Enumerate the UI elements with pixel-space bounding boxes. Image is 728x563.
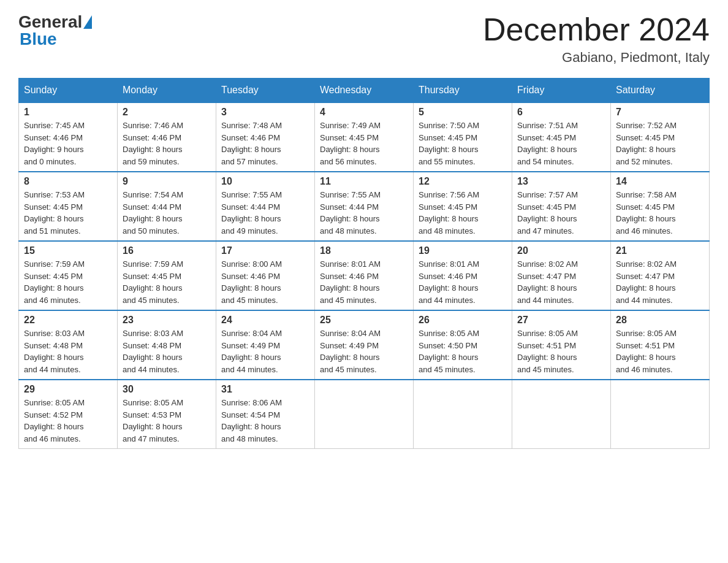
day-number: 19 xyxy=(419,245,507,256)
calendar-cell: 9 Sunrise: 7:54 AMSunset: 4:44 PMDayligh… xyxy=(118,172,216,241)
day-number: 1 xyxy=(24,107,112,118)
calendar-cell: 25 Sunrise: 8:04 AMSunset: 4:49 PMDaylig… xyxy=(315,310,414,380)
day-number: 18 xyxy=(320,245,408,256)
day-number: 14 xyxy=(616,176,704,187)
day-number: 17 xyxy=(221,245,309,256)
logo-triangle-icon xyxy=(83,15,92,29)
calendar-cell: 28 Sunrise: 8:05 AMSunset: 4:51 PMDaylig… xyxy=(611,310,710,380)
calendar-week-4: 22 Sunrise: 8:03 AMSunset: 4:48 PMDaylig… xyxy=(19,310,710,380)
day-info: Sunrise: 8:05 AMSunset: 4:51 PMDaylight:… xyxy=(517,327,605,375)
day-info: Sunrise: 7:49 AMSunset: 4:45 PMDaylight:… xyxy=(320,120,408,167)
calendar-cell xyxy=(611,380,710,449)
calendar-cell: 30 Sunrise: 8:05 AMSunset: 4:53 PMDaylig… xyxy=(118,380,216,449)
day-info: Sunrise: 8:00 AMSunset: 4:46 PMDaylight:… xyxy=(221,258,309,306)
day-info: Sunrise: 7:45 AMSunset: 4:46 PMDaylight:… xyxy=(24,120,112,167)
day-info: Sunrise: 7:53 AMSunset: 4:45 PMDaylight:… xyxy=(24,189,112,237)
day-number: 2 xyxy=(123,107,211,118)
day-number: 12 xyxy=(419,176,507,187)
logo-blue-text: Blue xyxy=(20,29,57,48)
day-number: 5 xyxy=(419,107,507,118)
month-title: December 2024 xyxy=(483,12,710,47)
calendar-cell: 12 Sunrise: 7:56 AMSunset: 4:45 PMDaylig… xyxy=(414,172,512,241)
day-info: Sunrise: 8:02 AMSunset: 4:47 PMDaylight:… xyxy=(616,258,704,306)
col-monday: Monday xyxy=(118,79,216,103)
day-number: 22 xyxy=(24,315,112,326)
page-header: General Blue December 2024 Gabiano, Pied… xyxy=(18,12,710,66)
calendar-cell: 1 Sunrise: 7:45 AMSunset: 4:46 PMDayligh… xyxy=(19,102,118,172)
day-info: Sunrise: 7:55 AMSunset: 4:44 PMDaylight:… xyxy=(320,189,408,237)
day-info: Sunrise: 8:04 AMSunset: 4:49 PMDaylight:… xyxy=(320,327,408,375)
day-number: 26 xyxy=(419,315,507,326)
day-number: 16 xyxy=(123,245,211,256)
calendar-week-1: 1 Sunrise: 7:45 AMSunset: 4:46 PMDayligh… xyxy=(19,102,710,172)
calendar-week-5: 29 Sunrise: 8:05 AMSunset: 4:52 PMDaylig… xyxy=(19,380,710,449)
day-info: Sunrise: 7:48 AMSunset: 4:46 PMDaylight:… xyxy=(221,120,309,167)
calendar-cell: 5 Sunrise: 7:50 AMSunset: 4:45 PMDayligh… xyxy=(414,102,512,172)
day-info: Sunrise: 8:05 AMSunset: 4:53 PMDaylight:… xyxy=(123,397,211,445)
day-info: Sunrise: 7:59 AMSunset: 4:45 PMDaylight:… xyxy=(123,258,211,306)
day-number: 28 xyxy=(616,315,704,326)
calendar-cell: 18 Sunrise: 8:01 AMSunset: 4:46 PMDaylig… xyxy=(315,241,414,310)
day-info: Sunrise: 8:03 AMSunset: 4:48 PMDaylight:… xyxy=(123,327,211,375)
calendar-cell: 13 Sunrise: 7:57 AMSunset: 4:45 PMDaylig… xyxy=(512,172,611,241)
calendar-cell: 15 Sunrise: 7:59 AMSunset: 4:45 PMDaylig… xyxy=(19,241,118,310)
day-info: Sunrise: 7:52 AMSunset: 4:45 PMDaylight:… xyxy=(616,120,704,167)
day-number: 27 xyxy=(517,315,605,326)
day-number: 6 xyxy=(517,107,605,118)
calendar-cell: 3 Sunrise: 7:48 AMSunset: 4:46 PMDayligh… xyxy=(216,102,315,172)
day-info: Sunrise: 7:55 AMSunset: 4:44 PMDaylight:… xyxy=(221,189,309,237)
calendar-cell: 14 Sunrise: 7:58 AMSunset: 4:45 PMDaylig… xyxy=(611,172,710,241)
day-number: 30 xyxy=(123,384,211,395)
day-number: 4 xyxy=(320,107,408,118)
calendar-cell: 16 Sunrise: 7:59 AMSunset: 4:45 PMDaylig… xyxy=(118,241,216,310)
calendar-cell: 6 Sunrise: 7:51 AMSunset: 4:45 PMDayligh… xyxy=(512,102,611,172)
calendar-cell: 21 Sunrise: 8:02 AMSunset: 4:47 PMDaylig… xyxy=(611,241,710,310)
col-friday: Friday xyxy=(512,79,611,103)
col-wednesday: Wednesday xyxy=(315,79,414,103)
calendar-cell: 20 Sunrise: 8:02 AMSunset: 4:47 PMDaylig… xyxy=(512,241,611,310)
day-info: Sunrise: 8:06 AMSunset: 4:54 PMDaylight:… xyxy=(221,397,309,445)
calendar-cell: 10 Sunrise: 7:55 AMSunset: 4:44 PMDaylig… xyxy=(216,172,315,241)
day-info: Sunrise: 7:54 AMSunset: 4:44 PMDaylight:… xyxy=(123,189,211,237)
day-info: Sunrise: 8:04 AMSunset: 4:49 PMDaylight:… xyxy=(221,327,309,375)
calendar-cell xyxy=(512,380,611,449)
calendar-cell: 26 Sunrise: 8:05 AMSunset: 4:50 PMDaylig… xyxy=(414,310,512,380)
day-number: 3 xyxy=(221,107,309,118)
day-info: Sunrise: 8:05 AMSunset: 4:52 PMDaylight:… xyxy=(24,397,112,445)
day-info: Sunrise: 8:05 AMSunset: 4:51 PMDaylight:… xyxy=(616,327,704,375)
day-number: 11 xyxy=(320,176,408,187)
day-info: Sunrise: 7:57 AMSunset: 4:45 PMDaylight:… xyxy=(517,189,605,237)
day-info: Sunrise: 7:58 AMSunset: 4:45 PMDaylight:… xyxy=(616,189,704,237)
title-area: December 2024 Gabiano, Piedmont, Italy xyxy=(483,12,710,66)
calendar-week-3: 15 Sunrise: 7:59 AMSunset: 4:45 PMDaylig… xyxy=(19,241,710,310)
day-number: 7 xyxy=(616,107,704,118)
day-info: Sunrise: 8:01 AMSunset: 4:46 PMDaylight:… xyxy=(419,258,507,306)
calendar-cell: 11 Sunrise: 7:55 AMSunset: 4:44 PMDaylig… xyxy=(315,172,414,241)
day-info: Sunrise: 8:05 AMSunset: 4:50 PMDaylight:… xyxy=(419,327,507,375)
day-number: 13 xyxy=(517,176,605,187)
day-number: 15 xyxy=(24,245,112,256)
col-thursday: Thursday xyxy=(414,79,512,103)
calendar-cell: 24 Sunrise: 8:04 AMSunset: 4:49 PMDaylig… xyxy=(216,310,315,380)
calendar-cell: 23 Sunrise: 8:03 AMSunset: 4:48 PMDaylig… xyxy=(118,310,216,380)
col-sunday: Sunday xyxy=(19,79,118,103)
day-info: Sunrise: 7:51 AMSunset: 4:45 PMDaylight:… xyxy=(517,120,605,167)
calendar-cell xyxy=(315,380,414,449)
col-saturday: Saturday xyxy=(611,79,710,103)
col-tuesday: Tuesday xyxy=(216,79,315,103)
day-info: Sunrise: 7:50 AMSunset: 4:45 PMDaylight:… xyxy=(419,120,507,167)
day-number: 24 xyxy=(221,315,309,326)
calendar-cell: 22 Sunrise: 8:03 AMSunset: 4:48 PMDaylig… xyxy=(19,310,118,380)
calendar-cell: 8 Sunrise: 7:53 AMSunset: 4:45 PMDayligh… xyxy=(19,172,118,241)
day-number: 21 xyxy=(616,245,704,256)
day-info: Sunrise: 7:46 AMSunset: 4:46 PMDaylight:… xyxy=(123,120,211,167)
day-number: 31 xyxy=(221,384,309,395)
day-number: 23 xyxy=(123,315,211,326)
day-info: Sunrise: 8:01 AMSunset: 4:46 PMDaylight:… xyxy=(320,258,408,306)
calendar-cell: 17 Sunrise: 8:00 AMSunset: 4:46 PMDaylig… xyxy=(216,241,315,310)
calendar-header-row: Sunday Monday Tuesday Wednesday Thursday… xyxy=(19,79,710,103)
day-number: 8 xyxy=(24,176,112,187)
day-number: 29 xyxy=(24,384,112,395)
calendar-cell: 29 Sunrise: 8:05 AMSunset: 4:52 PMDaylig… xyxy=(19,380,118,449)
day-info: Sunrise: 8:02 AMSunset: 4:47 PMDaylight:… xyxy=(517,258,605,306)
